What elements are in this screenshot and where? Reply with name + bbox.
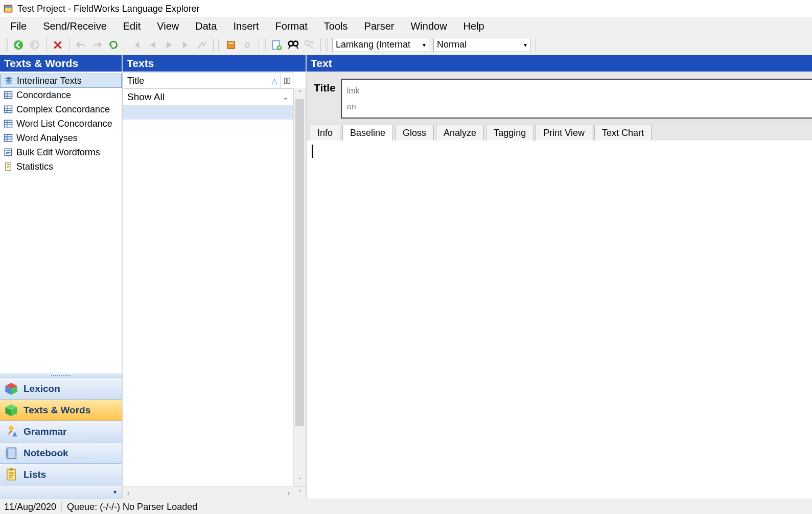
replace-button[interactable] [302,38,316,52]
nav-section-notebook[interactable]: Notebook [0,442,122,464]
menu-window[interactable]: Window [402,17,455,35]
toolbar-grip[interactable] [325,39,328,51]
next-record-button[interactable] [162,38,176,52]
style-value: Normal [437,39,467,50]
tab-analyze[interactable]: Analyze [436,125,484,141]
refresh-button[interactable] [106,38,121,52]
horizontal-scrollbar[interactable]: ‹ › ˅ [123,486,306,499]
dictionary-button[interactable] [224,38,238,52]
nav-item-interlinear-texts[interactable]: Interlinear Texts [0,74,122,88]
link-button[interactable] [240,38,254,52]
svg-rect-19 [7,448,16,458]
nav-footer-expand[interactable]: ▾ [0,485,122,499]
scroll-thumb[interactable] [295,99,304,426]
svg-rect-2 [5,6,11,8]
nav-section-grammar[interactable]: Grammar [0,421,122,442]
find-button[interactable] [286,38,300,52]
menu-edit[interactable]: Edit [115,17,149,35]
scroll-track[interactable] [294,99,306,475]
texts-list-body[interactable] [123,105,293,499]
menu-view[interactable]: View [149,17,187,35]
nav-item-word-analyses[interactable]: Word Analyses [0,131,122,145]
nav-section-label: Notebook [24,448,68,459]
text-tabs: Info Baseline Gloss Analyze Tagging Prin… [307,123,812,141]
toolbar-grip[interactable] [218,39,221,51]
menu-tools[interactable]: Tools [316,17,356,35]
title-ws-en: en [347,102,807,111]
main-area: Texts & Words Interlinear Texts Concorda… [0,55,812,499]
svg-rect-24 [288,78,290,84]
last-record-button[interactable] [178,38,193,52]
first-record-button[interactable] [129,38,144,52]
title-field-row: Title lmk en [314,79,812,119]
column-config-icon[interactable] [281,73,293,88]
menu-send-receive[interactable]: Send/Receive [35,17,115,35]
table-icon [3,104,13,114]
tab-info[interactable]: Info [310,125,340,141]
svg-rect-15 [5,134,12,142]
back-button[interactable] [11,38,26,52]
scroll-track[interactable] [134,489,283,497]
table-row[interactable] [123,105,293,120]
new-text-button[interactable] [269,38,284,52]
scroll-up-icon[interactable]: ˄ [294,88,306,99]
scroll-right-icon[interactable]: › [283,489,294,497]
baseline-editor[interactable] [307,141,812,499]
document-icon [3,161,13,172]
browse-button[interactable] [195,38,209,52]
text-header-area: Title lmk en [307,72,812,123]
svg-point-10 [305,40,310,45]
nav-item-statistics[interactable]: Statistics [0,159,122,174]
nav-section-lexicon[interactable]: Lexicon [0,378,122,400]
style-combo[interactable]: Normal ▾ [433,38,530,52]
tab-text-chart[interactable]: Text Chart [594,125,652,141]
tab-gloss[interactable]: Gloss [395,125,434,141]
status-separator [61,501,62,512]
cube-icon [3,402,19,418]
nav-item-bulk-edit-wordforms[interactable]: Bulk Edit Wordforms [0,145,122,159]
title-input[interactable]: lmk en [341,79,812,119]
nav-item-label: Complex Concordance [16,104,110,115]
nav-item-complex-concordance[interactable]: Complex Concordance [0,102,122,116]
column-title[interactable]: Title △ [123,76,281,86]
tab-print-view[interactable]: Print View [536,125,592,141]
scroll-down-icon[interactable]: ˅ [294,489,306,497]
vertical-scrollbar[interactable]: ˄ ˅ [293,88,306,486]
tab-baseline[interactable]: Baseline [342,125,393,141]
menu-help[interactable]: Help [455,17,493,35]
column-header-row: Title △ [123,73,293,89]
undo-button[interactable] [74,38,88,52]
svg-point-9 [293,41,298,45]
menu-data[interactable]: Data [187,17,225,35]
section-splitter[interactable] [0,373,122,378]
redo-button[interactable] [90,38,104,52]
nav-item-concordance[interactable]: Concordance [0,88,122,102]
toolbar-grip[interactable] [5,39,8,51]
svg-rect-12 [5,91,12,99]
toolbar-grip[interactable] [263,39,266,51]
nav-section-texts-words[interactable]: Texts & Words [0,400,122,421]
forward-button[interactable] [28,38,42,52]
svg-rect-23 [284,78,286,84]
menu-parser[interactable]: Parser [356,17,403,35]
clipboard-icon [3,466,19,483]
filter-row[interactable]: Show All ⌄ [123,89,293,105]
toolbar-separator [125,38,125,52]
nav-item-label: Interlinear Texts [17,76,82,86]
notebook-icon [3,445,19,461]
menu-file[interactable]: File [4,17,35,35]
scroll-down-icon[interactable]: ˅ [294,475,306,486]
tab-tagging[interactable]: Tagging [486,125,533,141]
menu-format[interactable]: Format [267,17,316,35]
title-ws-lmk: lmk [347,86,807,96]
menu-insert[interactable]: Insert [225,17,267,35]
scroll-left-icon[interactable]: ‹ [123,489,134,497]
nav-section-lists[interactable]: Lists [0,464,122,485]
filter-value: Show All [127,91,165,103]
text-panel-title: Text [307,55,812,72]
svg-rect-14 [5,120,12,127]
nav-item-word-list-concordance[interactable]: Word List Concordance [0,116,122,131]
delete-button[interactable] [51,38,65,52]
prev-record-button[interactable] [146,38,160,52]
writing-system-combo[interactable]: Lamkang (Internat ▾ [332,38,429,52]
